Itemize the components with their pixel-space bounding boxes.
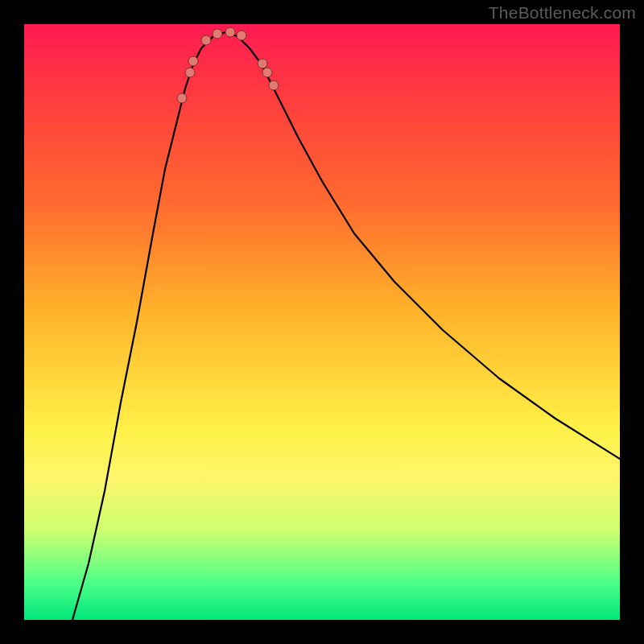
chart-stage: TheBottleneck.com [0, 0, 644, 644]
curve-marker [201, 35, 211, 45]
curve-svg [24, 24, 620, 620]
bottleneck-curve [72, 32, 620, 620]
curve-marker [185, 68, 195, 77]
curve-marker [237, 31, 246, 40]
curve-marker [262, 68, 272, 77]
curve-marker [188, 56, 198, 66]
curve-marker [269, 80, 279, 90]
watermark-text: TheBottleneck.com [489, 3, 636, 23]
curve-marker [177, 93, 187, 103]
curve-markers [177, 27, 279, 103]
curve-marker [258, 59, 267, 68]
curve-marker [225, 27, 235, 37]
curve-marker [213, 29, 222, 39]
plot-area [24, 24, 620, 620]
